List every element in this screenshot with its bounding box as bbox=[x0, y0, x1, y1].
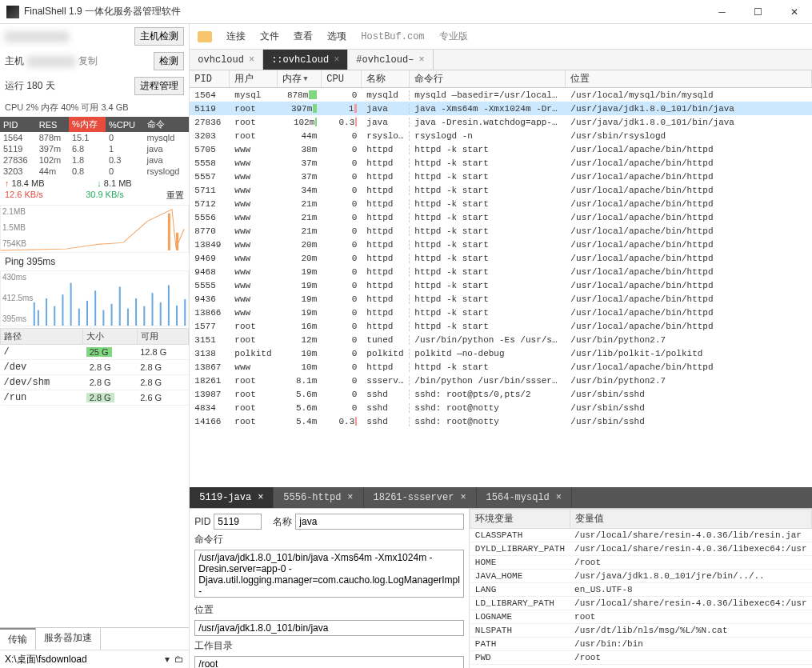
table-row[interactable]: 3203 root 44m 0 rsyslogd rsyslogd -n /us… bbox=[190, 129, 812, 142]
col-cpu[interactable]: %CPU bbox=[106, 117, 144, 132]
menu-url[interactable]: HostBuf.com bbox=[361, 31, 424, 42]
mini-proc-row[interactable]: 27836102m1.80.3java bbox=[0, 154, 189, 166]
table-row[interactable]: 18261 root 8.1m 0 ssserver /bin/python /… bbox=[190, 374, 812, 387]
table-row[interactable]: 27836 root 102m 0.3 java java -Dresin.wa… bbox=[190, 115, 812, 129]
table-row[interactable]: 9468 www 19m 0 httpd httpd -k start /usr… bbox=[190, 265, 812, 278]
detail-tab[interactable]: 5119-java× bbox=[190, 487, 274, 508]
table-row[interactable]: 5557 www 37m 0 httpd httpd -k start /usr… bbox=[190, 170, 812, 183]
process-table-header: PID 用户 内存▼ CPU 名称 命令行 位置 bbox=[190, 70, 812, 88]
reset-button[interactable]: 重置 bbox=[166, 190, 184, 202]
server-tab[interactable]: ovhcloud× bbox=[190, 50, 263, 70]
detail-pid-input[interactable] bbox=[214, 514, 262, 530]
table-row[interactable]: 14166 root 5.4m 0.3 sshd sshd: root@nott… bbox=[190, 414, 812, 428]
disk-row[interactable]: /25 G12.8 G bbox=[1, 345, 189, 360]
col-cmd[interactable]: 命令 bbox=[144, 117, 190, 132]
menu-file[interactable]: 文件 bbox=[260, 30, 279, 43]
env-row[interactable]: LOGNAMEroot bbox=[470, 610, 812, 624]
hdr-user[interactable]: 用户 bbox=[230, 70, 278, 87]
detail-tab[interactable]: 5556-httpd× bbox=[274, 487, 363, 508]
table-row[interactable]: 13866 www 19m 0 httpd httpd -k start /us… bbox=[190, 306, 812, 319]
close-icon[interactable]: × bbox=[460, 492, 466, 503]
hdr-loc[interactable]: 位置 bbox=[566, 70, 812, 87]
tab-accel[interactable]: 服务器加速 bbox=[36, 628, 101, 650]
table-row[interactable]: 3138 polkitd 10m 0 polkitd polkitd —no-d… bbox=[190, 346, 812, 360]
disk-row[interactable]: /run2.8 G2.6 G bbox=[1, 390, 189, 406]
table-row[interactable]: 8770 www 21m 0 httpd httpd -k start /usr… bbox=[190, 224, 812, 238]
table-row[interactable]: 9436 www 19m 0 httpd httpd -k start /usr… bbox=[190, 292, 812, 306]
close-icon[interactable]: × bbox=[249, 54, 254, 66]
table-row[interactable]: 5711 www 34m 0 httpd httpd -k start /usr… bbox=[190, 183, 812, 197]
env-row[interactable]: JAVA_HOME/usr/java/jdk1.8.0_101/jre/bin/… bbox=[470, 570, 812, 583]
table-row[interactable]: 1564 mysql 878m 0 mysqld mysqld —basedir… bbox=[190, 88, 812, 102]
close-icon[interactable]: × bbox=[556, 492, 562, 503]
menu-pro[interactable]: 专业版 bbox=[439, 30, 468, 43]
hdr-mem[interactable]: 内存▼ bbox=[278, 70, 322, 87]
detail-name-input[interactable] bbox=[295, 514, 464, 530]
detail-tab[interactable]: 1564-mysqld× bbox=[477, 487, 572, 508]
env-row[interactable]: DYLD_LIBRARY_PATH/usr/local/share/resin-… bbox=[470, 542, 812, 556]
copy-button[interactable]: 复制 bbox=[78, 54, 98, 68]
close-icon[interactable]: × bbox=[418, 54, 424, 66]
env-row[interactable]: PATH/usr/bin:/bin bbox=[470, 638, 812, 651]
env-row[interactable]: LD_LIBRARY_PATH/usr/local/share/resin-4.… bbox=[470, 597, 812, 610]
close-icon[interactable]: × bbox=[258, 492, 263, 503]
detail-loc-input[interactable] bbox=[194, 620, 464, 636]
tab-transfer[interactable]: 传输 bbox=[0, 628, 36, 650]
table-row[interactable]: 5556 www 21m 0 httpd httpd -k start /usr… bbox=[190, 210, 812, 224]
table-row[interactable]: 4834 root 5.6m 0 sshd sshd: root@notty /… bbox=[190, 401, 812, 414]
minimize-button[interactable]: ─ bbox=[704, 0, 740, 24]
env-col-val[interactable]: 变量值 bbox=[570, 510, 811, 529]
table-row[interactable]: 3151 root 12m 0 tuned /usr/bin/python -E… bbox=[190, 333, 812, 346]
disk-row[interactable]: /dev/shm2.8 G2.8 G bbox=[1, 375, 189, 390]
host-detect-button[interactable]: 主机检测 bbox=[134, 27, 184, 46]
table-row[interactable]: 13849 www 20m 0 httpd httpd -k start /us… bbox=[190, 238, 812, 251]
mini-proc-row[interactable]: 1564878m15.10mysqld bbox=[0, 132, 189, 143]
env-row[interactable]: HOME/root bbox=[470, 556, 812, 570]
detail-wd-input[interactable] bbox=[194, 656, 464, 668]
table-row[interactable]: 5705 www 38m 0 httpd httpd -k start /usr… bbox=[190, 142, 812, 156]
folder-icon[interactable]: 🗀 bbox=[174, 654, 184, 665]
detail-cmd-textarea[interactable] bbox=[194, 550, 464, 598]
process-mgmt-button[interactable]: 进程管理 bbox=[134, 77, 184, 95]
col-path[interactable]: 路径 bbox=[1, 329, 83, 345]
menu-options[interactable]: 选项 bbox=[327, 30, 346, 43]
close-button[interactable]: ✕ bbox=[776, 0, 812, 24]
table-row[interactable]: 1577 root 16m 0 httpd httpd -k start /us… bbox=[190, 319, 812, 333]
col-size[interactable]: 大小 bbox=[83, 329, 138, 345]
mini-proc-row[interactable]: 320344m0.80rsyslogd bbox=[0, 166, 189, 177]
server-tab[interactable]: ::ovhcloud× bbox=[263, 50, 348, 70]
table-row[interactable]: 5712 www 21m 0 httpd httpd -k start /usr… bbox=[190, 197, 812, 210]
folder-icon[interactable] bbox=[198, 31, 212, 42]
chevron-down-icon[interactable]: ▾ bbox=[165, 654, 170, 665]
hdr-cmd[interactable]: 命令行 bbox=[410, 70, 566, 87]
table-row[interactable]: 5555 www 19m 0 httpd httpd -k start /usr… bbox=[190, 278, 812, 292]
env-row[interactable]: NLSPATH/usr/dt/lib/nls/msg/%L/%N.cat bbox=[470, 624, 812, 638]
env-row[interactable]: CLASSPATH/usr/local/share/resin-4.0.36/l… bbox=[470, 529, 812, 542]
env-row[interactable]: PWD/root bbox=[470, 651, 812, 665]
mini-proc-row[interactable]: 5119397m6.81java bbox=[0, 143, 189, 154]
path-input[interactable] bbox=[5, 654, 165, 665]
server-tab[interactable]: #ovhcloud–× bbox=[348, 50, 433, 70]
table-row[interactable]: 13987 root 5.6m 0 sshd sshd: root@pts/0,… bbox=[190, 387, 812, 401]
hdr-name[interactable]: 名称 bbox=[362, 70, 410, 87]
menu-view[interactable]: 查看 bbox=[294, 30, 313, 43]
hdr-cpu[interactable]: CPU bbox=[322, 70, 362, 87]
col-mem[interactable]: %内存 bbox=[69, 117, 106, 132]
col-avail[interactable]: 可用 bbox=[137, 329, 189, 345]
menu-connect[interactable]: 连接 bbox=[226, 30, 246, 43]
detail-tab[interactable]: 18261-ssserver× bbox=[364, 487, 477, 508]
table-row[interactable]: 5119 root 397m 1 java java -Xms64m -Xmx1… bbox=[190, 102, 812, 115]
col-res[interactable]: RES bbox=[36, 117, 69, 132]
col-pid[interactable]: PID bbox=[0, 117, 36, 132]
check-button[interactable]: 检测 bbox=[154, 52, 184, 70]
maximize-button[interactable]: ☐ bbox=[740, 0, 776, 24]
close-icon[interactable]: × bbox=[334, 54, 339, 66]
table-row[interactable]: 9469 www 20m 0 httpd httpd -k start /usr… bbox=[190, 251, 812, 265]
env-col-var[interactable]: 环境变量 bbox=[470, 510, 570, 529]
disk-row[interactable]: /dev2.8 G2.8 G bbox=[1, 360, 189, 375]
env-row[interactable]: LANGen_US.UTF-8 bbox=[470, 583, 812, 597]
hdr-pid[interactable]: PID bbox=[190, 70, 230, 87]
table-row[interactable]: 5558 www 37m 0 httpd httpd -k start /usr… bbox=[190, 156, 812, 170]
table-row[interactable]: 13867 www 10m 0 httpd httpd -k start /us… bbox=[190, 360, 812, 374]
close-icon[interactable]: × bbox=[347, 492, 353, 503]
